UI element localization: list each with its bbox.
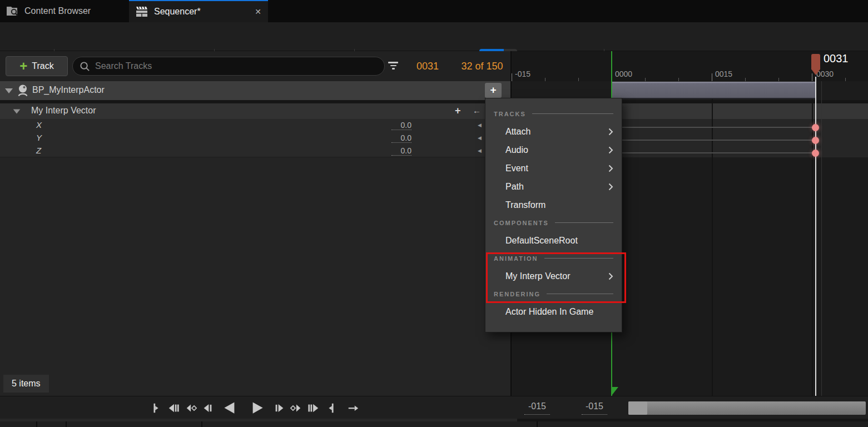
sequencer-toolbar: ⋮ xyxy=(0,22,868,51)
playback-mode-button[interactable] xyxy=(346,402,360,414)
items-count-badge: 5 items xyxy=(3,375,49,393)
tab-label: Content Browser xyxy=(24,6,91,16)
track-row-actor[interactable]: BP_MyInterpActor xyxy=(0,81,510,100)
range-start-field[interactable]: -015 xyxy=(524,401,550,415)
prev-key-arrow-icon[interactable]: ◀ xyxy=(478,122,482,128)
menu-section-header: ANIMATION xyxy=(485,250,622,267)
step-backward-button[interactable] xyxy=(202,402,214,414)
view-start-field[interactable]: -015 xyxy=(582,401,607,415)
curve-line-y xyxy=(612,140,816,141)
panel-edge-divider xyxy=(66,421,67,427)
section-range-bar[interactable] xyxy=(612,82,815,99)
playback-start-marker[interactable] xyxy=(612,387,618,395)
menu-item-audio[interactable]: Audio xyxy=(485,141,622,159)
playback-controls xyxy=(0,396,510,419)
keyframe-dot-y[interactable] xyxy=(812,137,819,144)
close-tab-icon[interactable]: ✕ xyxy=(255,7,261,16)
sequencer-window: Content Browser Sequencer* ✕ xyxy=(0,0,868,427)
back-arrow-icon[interactable]: ← xyxy=(473,106,481,115)
plus-icon: + xyxy=(19,61,27,72)
ruler-tick xyxy=(812,73,812,81)
step-forward-button[interactable] xyxy=(273,402,285,414)
content-browser-icon xyxy=(7,6,19,17)
track-name-label: My Interp Vector xyxy=(31,106,96,116)
menu-item-actor-hidden-in-game[interactable]: Actor Hidden In Game xyxy=(485,302,622,321)
filter-icon[interactable] xyxy=(388,62,399,71)
lower-panel-edge xyxy=(0,421,868,427)
timeline-scrollbar[interactable] xyxy=(628,401,866,415)
channel-value-field[interactable]: 0.0 xyxy=(391,121,411,130)
menu-item-event[interactable]: Event xyxy=(485,159,622,177)
menu-item-attach[interactable]: Attach xyxy=(485,122,622,141)
ruler-label: 0015 xyxy=(715,69,732,78)
curve-line-z xyxy=(612,152,816,153)
scrollbar-handle[interactable] xyxy=(628,401,647,415)
menu-item-path[interactable]: Path xyxy=(485,177,622,196)
panel-edge-divider xyxy=(36,421,37,427)
previous-shot-button[interactable] xyxy=(167,402,180,414)
curve-line-x xyxy=(612,127,816,128)
expand-caret-icon[interactable] xyxy=(13,109,21,113)
add-track-to-actor-button[interactable]: + xyxy=(485,83,502,98)
channel-row-y[interactable]: Y 0.0 ◀ xyxy=(0,132,510,145)
search-tracks-box xyxy=(72,57,385,76)
add-key-icon[interactable]: + xyxy=(455,105,461,117)
menu-section-header: RENDERING xyxy=(485,285,622,302)
menu-item-defaultsceneroot[interactable]: DefaultSceneRoot xyxy=(485,231,622,250)
tab-sequencer[interactable]: Sequencer* ✕ xyxy=(129,0,268,22)
channel-name-label: Y xyxy=(36,133,42,142)
outliner-empty-area xyxy=(0,157,510,396)
next-shot-button[interactable] xyxy=(307,402,320,414)
track-row-vector[interactable]: My Interp Vector + ← xyxy=(0,103,510,119)
actor-name-label: BP_MyInterpActor xyxy=(32,85,105,95)
playhead-frame-label: 0031 xyxy=(824,52,849,65)
tab-content-browser[interactable]: Content Browser xyxy=(0,0,129,22)
channel-row-x[interactable]: X 0.0 ◀ xyxy=(0,119,510,132)
sequencer-icon xyxy=(136,6,149,17)
previous-keyframe-button[interactable] xyxy=(185,402,198,414)
menu-section-header: COMPONENTS xyxy=(485,214,622,231)
jump-to-start-button[interactable] xyxy=(150,402,162,414)
keyframe-dot-x[interactable] xyxy=(812,124,819,131)
transport-bar: -015 -015 xyxy=(0,396,868,419)
tab-bar: Content Browser Sequencer* ✕ xyxy=(0,0,868,22)
frame-count-label: 32 of 150 xyxy=(457,51,507,81)
panel-edge-divider xyxy=(537,421,538,427)
tab-label: Sequencer* xyxy=(154,7,201,17)
menu-item-transform[interactable]: Transform xyxy=(485,196,622,214)
jump-to-end-button[interactable] xyxy=(325,402,337,414)
channel-name-label: X xyxy=(36,120,42,130)
add-track-context-menu: TRACKS Attach Audio Event Path Transform… xyxy=(485,98,622,332)
channel-row-z[interactable]: Z 0.0 ◀ xyxy=(0,145,510,157)
next-keyframe-button[interactable] xyxy=(289,402,302,414)
track-header-row: + Track 0031 32 of 150 xyxy=(0,51,510,81)
add-track-button[interactable]: + Track xyxy=(6,56,68,76)
channel-value-field[interactable]: 0.0 xyxy=(391,133,411,143)
menu-section-header: TRACKS xyxy=(485,105,622,122)
actor-icon xyxy=(17,84,29,97)
channel-name-label: Z xyxy=(36,146,41,155)
search-input[interactable] xyxy=(95,61,378,71)
play-reverse-button[interactable] xyxy=(222,400,237,415)
expand-caret-icon[interactable] xyxy=(5,88,13,93)
current-frame-field[interactable]: 0031 xyxy=(411,51,444,81)
keyframe-dot-z[interactable] xyxy=(812,150,819,157)
ruler-label: -015 xyxy=(515,69,530,78)
channel-value-field[interactable]: 0.0 xyxy=(391,146,411,156)
add-track-label: Track xyxy=(32,61,53,71)
play-forward-button[interactable] xyxy=(250,400,265,415)
ruler-label: 0000 xyxy=(615,69,632,78)
ruler-tick xyxy=(712,73,712,81)
submenu-arrow-icon xyxy=(608,146,613,154)
panel-edge-divider xyxy=(201,421,202,427)
submenu-arrow-icon xyxy=(608,272,613,280)
prev-key-arrow-icon[interactable]: ◀ xyxy=(478,135,482,141)
submenu-arrow-icon xyxy=(608,128,613,136)
submenu-arrow-icon xyxy=(608,183,613,191)
secondary-marker-line xyxy=(821,81,822,396)
ruler-tick xyxy=(512,73,512,81)
submenu-arrow-icon xyxy=(608,165,613,172)
menu-item-my-interp-vector[interactable]: My Interp Vector xyxy=(485,267,622,285)
gridline xyxy=(712,81,713,396)
prev-key-arrow-icon[interactable]: ◀ xyxy=(478,148,482,153)
